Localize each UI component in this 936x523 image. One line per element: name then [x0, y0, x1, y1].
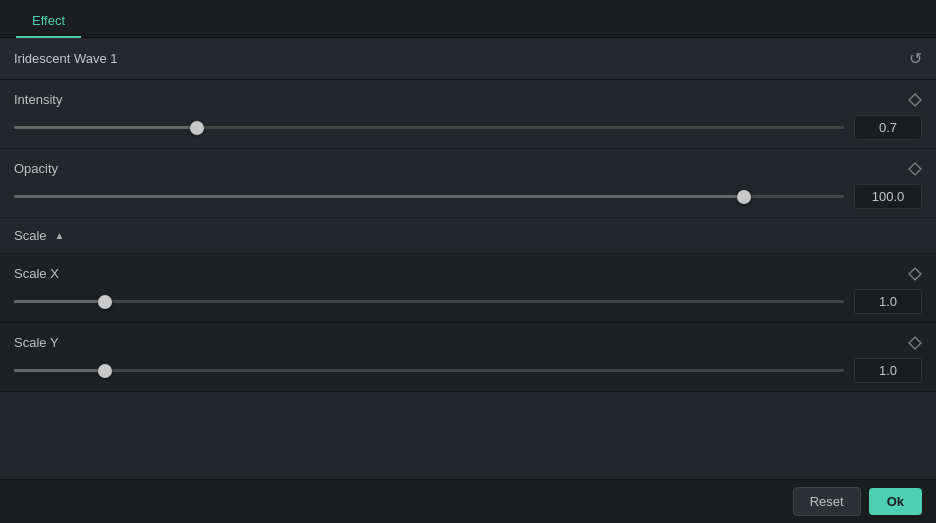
svg-marker-3	[909, 337, 921, 349]
ok-button[interactable]: Ok	[869, 488, 922, 515]
opacity-header: Opacity	[14, 161, 922, 176]
svg-marker-1	[909, 163, 921, 175]
scale-x-thumb[interactable]	[98, 295, 112, 309]
scale-y-keyframe-icon[interactable]	[908, 336, 922, 350]
svg-marker-0	[909, 94, 921, 106]
scale-x-section: Scale X	[0, 254, 936, 323]
reset-button[interactable]: Reset	[793, 487, 861, 516]
intensity-header: Intensity	[14, 92, 922, 107]
scale-expand-arrow: ▲	[55, 230, 65, 241]
svg-marker-2	[909, 268, 921, 280]
scale-x-slider-track[interactable]	[14, 292, 844, 312]
opacity-thumb[interactable]	[737, 190, 751, 204]
opacity-slider-row	[14, 184, 922, 209]
scale-y-slider-row	[14, 358, 922, 383]
scale-y-thumb[interactable]	[98, 364, 112, 378]
tab-bar: Effect	[0, 0, 936, 38]
bottom-bar: Reset Ok	[0, 479, 936, 523]
scale-x-keyframe-icon[interactable]	[908, 267, 922, 281]
scale-x-slider-row	[14, 289, 922, 314]
scale-y-section: Scale Y	[0, 323, 936, 392]
scale-group-label: Scale	[14, 228, 47, 243]
scale-group-content: Scale X	[0, 254, 936, 392]
intensity-keyframe-icon[interactable]	[908, 93, 922, 107]
scale-y-value[interactable]	[854, 358, 922, 383]
tab-effect[interactable]: Effect	[16, 5, 81, 38]
effect-header: Iridescent Wave 1 ↺	[0, 38, 936, 80]
intensity-slider-track[interactable]	[14, 118, 844, 138]
intensity-section: Intensity	[0, 80, 936, 149]
reset-icon[interactable]: ↺	[909, 51, 922, 67]
opacity-value[interactable]	[854, 184, 922, 209]
intensity-thumb[interactable]	[190, 121, 204, 135]
opacity-slider-track[interactable]	[14, 187, 844, 207]
scale-x-header: Scale X	[14, 266, 922, 281]
intensity-value[interactable]	[854, 115, 922, 140]
intensity-label: Intensity	[14, 92, 62, 107]
effect-panel: Effect Iridescent Wave 1 ↺ Intensity	[0, 0, 936, 523]
scale-group-header[interactable]: Scale ▲	[0, 218, 936, 254]
opacity-keyframe-icon[interactable]	[908, 162, 922, 176]
scale-x-label: Scale X	[14, 266, 59, 281]
scale-y-header: Scale Y	[14, 335, 922, 350]
scale-y-label: Scale Y	[14, 335, 59, 350]
effect-title: Iridescent Wave 1	[14, 51, 118, 66]
opacity-label: Opacity	[14, 161, 58, 176]
scale-y-slider-track[interactable]	[14, 361, 844, 381]
intensity-slider-row	[14, 115, 922, 140]
opacity-section: Opacity	[0, 149, 936, 218]
scale-x-value[interactable]	[854, 289, 922, 314]
content-area: Intensity Opacity	[0, 80, 936, 479]
